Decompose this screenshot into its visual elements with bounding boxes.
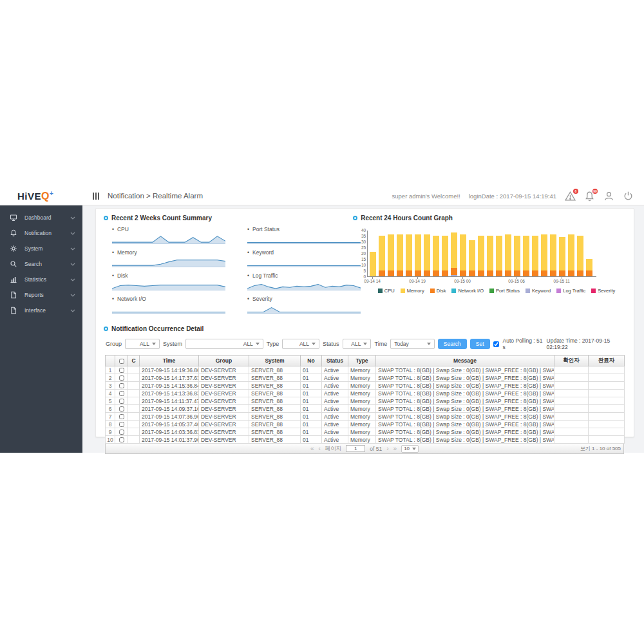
c-cell <box>128 382 140 390</box>
auto-polling-area: Auto Polling : 51 s Update Time : 2017-0… <box>493 337 626 350</box>
first-page-icon[interactable]: « <box>310 446 314 452</box>
section-bullet-icon <box>104 327 108 331</box>
row-checkbox[interactable] <box>119 383 124 388</box>
bar-09-14 21 <box>433 231 439 276</box>
no-cell: 01 <box>301 436 322 444</box>
sidebar-item-dashboard[interactable]: Dashboard <box>0 210 82 225</box>
c-cell <box>128 390 140 397</box>
c-cell <box>128 366 140 374</box>
search-button[interactable]: Search <box>438 339 467 349</box>
type-cell: Memory <box>348 405 376 413</box>
status-header[interactable]: Status <box>322 355 348 366</box>
sidebar-item-search[interactable]: Search <box>0 256 82 272</box>
chevron-down-icon <box>312 343 316 345</box>
row-checkbox[interactable] <box>119 437 124 442</box>
status-cell: Active <box>322 382 348 390</box>
row-checkbox[interactable] <box>119 368 124 373</box>
row-checkbox[interactable] <box>119 391 124 396</box>
summary-section: Recent 2 Weeks Count Summary CPU Memory <box>104 214 349 319</box>
legend-swatch <box>430 289 435 293</box>
y-axis-tick: 25 <box>355 245 366 250</box>
group-cell: DEV-SERVER <box>199 436 249 444</box>
bar-09-15 00 <box>460 231 466 276</box>
row-number-cell: 7 <box>106 413 115 421</box>
system-filter-select[interactable]: ALL <box>185 339 263 349</box>
sidebar-item-system[interactable]: System <box>0 241 82 256</box>
page-number-input[interactable] <box>346 445 365 452</box>
message-cell: SWAP TOTAL : 8(GB) | Swap Size : 0(GB) |… <box>376 413 554 421</box>
sidebar-item-notification[interactable]: Notification <box>0 225 82 241</box>
message-header[interactable]: Message <box>376 355 554 366</box>
type-filter-select[interactable]: ALL <box>282 339 319 349</box>
app-logo[interactable]: HiVEQ+ <box>0 190 82 202</box>
x-axis-tick-label: 09-14 19 <box>409 279 426 283</box>
sidebar-item-interface[interactable]: Interface <box>0 303 82 318</box>
warning-icon[interactable]: 6 <box>565 191 576 202</box>
message-cell: SWAP TOTAL : 8(GB) | Swap Size : 0(GB) |… <box>376 428 554 436</box>
sparkline-label: Network I/O <box>112 296 225 302</box>
row-number-cell: 10 <box>106 436 115 444</box>
group-cell: DEV-SERVER <box>199 421 249 428</box>
menu-toggle-icon[interactable] <box>93 193 99 200</box>
bar-legend: CPUMemoryDiskNetwork I/OPort StatusKeywo… <box>367 288 626 294</box>
graph-section-title: Recent 24 Hours Count Graph <box>353 214 626 222</box>
summary-section-title: Recent 2 Weeks Count Summary <box>104 214 349 222</box>
complete-header[interactable]: 완료자 <box>589 355 625 366</box>
welcome-text: super admin's Welcome!! <box>392 193 460 200</box>
last-page-icon[interactable]: » <box>393 446 397 452</box>
sidebar-item-statistics[interactable]: Statistics <box>0 272 82 287</box>
sparkline-keyword: Keyword <box>247 249 361 267</box>
page-size-select[interactable]: 10 <box>401 445 419 453</box>
complete-cell <box>589 421 625 428</box>
y-axis-tick: 20 <box>355 251 366 256</box>
power-icon[interactable] <box>623 191 634 202</box>
severity-sparkline-chart <box>247 303 361 314</box>
next-page-icon[interactable]: › <box>386 446 388 452</box>
bar-chart-icon <box>10 276 17 283</box>
group-cell: DEV-SERVER <box>199 390 249 397</box>
notification-bell-icon[interactable]: 99 <box>584 191 595 202</box>
system-header[interactable]: System <box>249 355 301 366</box>
c-cell <box>128 405 140 413</box>
logo-plus: + <box>50 190 53 197</box>
auto-polling-label: Auto Polling : 51 s <box>503 337 543 350</box>
sidebar-nav: DashboardNotificationSystemSearchStatist… <box>0 205 82 453</box>
row-checkbox[interactable] <box>119 430 124 435</box>
time-header[interactable]: Time <box>140 355 199 366</box>
sidebar-item-label: Search <box>24 261 42 267</box>
spark-column-left: CPU Memory Disk <box>112 226 225 319</box>
table-row: 42017-09-15 14:13:36.83DEV-SERVERSERVER_… <box>106 390 625 397</box>
row-number-header <box>106 355 115 366</box>
row-checkbox[interactable] <box>119 414 124 419</box>
x-axis-tick-label: 09-15 00 <box>454 279 471 283</box>
group-filter-select[interactable]: ALL <box>125 339 160 349</box>
type-cell: Memory <box>348 382 376 390</box>
group-cell: DEV-SERVER <box>199 397 249 405</box>
no-header[interactable]: No <box>301 355 322 366</box>
select-all-checkbox[interactable] <box>119 359 124 364</box>
row-checkbox[interactable] <box>119 399 124 404</box>
legend-label: CPU <box>384 288 395 294</box>
time-cell: 2017-09-15 14:15:36.84 <box>140 382 199 390</box>
sidebar-item-reports[interactable]: Reports <box>0 287 82 303</box>
row-checkbox[interactable] <box>119 406 124 412</box>
confirm-header[interactable]: 확인자 <box>554 355 589 366</box>
prev-page-icon[interactable]: ‹ <box>319 446 321 452</box>
row-number-cell: 8 <box>106 421 115 428</box>
row-checkbox[interactable] <box>119 422 124 427</box>
time-cell: 2017-09-15 14:09:37.16 <box>140 405 199 413</box>
auto-polling-checkbox[interactable] <box>493 341 499 347</box>
table-row: 102017-09-15 14:01:37.96DEV-SERVERSERVER… <box>106 436 625 444</box>
row-checkbox-cell <box>115 405 128 413</box>
user-icon[interactable] <box>603 191 614 202</box>
set-button[interactable]: Set <box>470 339 490 349</box>
type-header[interactable]: Type <box>348 355 376 366</box>
group-header[interactable]: Group <box>199 355 249 366</box>
time-filter-select[interactable]: Today <box>390 339 435 349</box>
page-label: 페이지 <box>325 445 342 453</box>
confirm-cell <box>554 374 589 382</box>
status-filter-select[interactable]: ALL <box>343 339 372 349</box>
sparkline-label: CPU <box>112 226 225 232</box>
legend-label: Network I/O <box>458 288 484 294</box>
row-checkbox[interactable] <box>119 375 124 381</box>
